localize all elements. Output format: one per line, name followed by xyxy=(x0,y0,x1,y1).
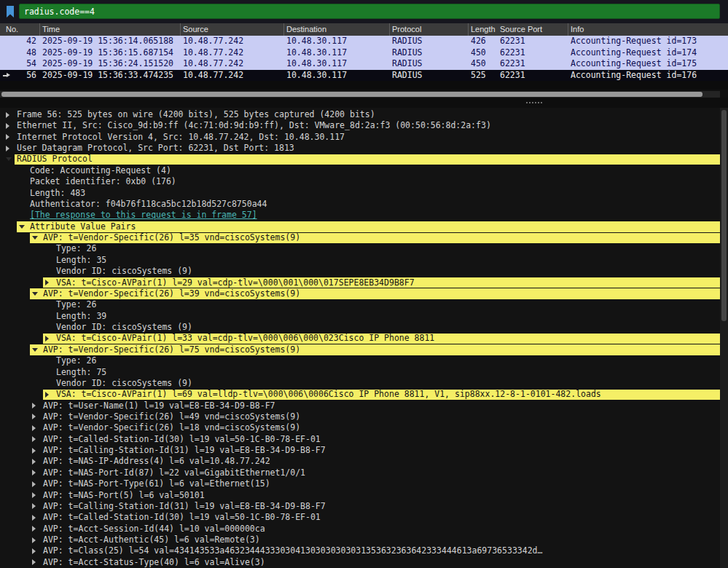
detail-tree-node[interactable]: Frame 56: 525 bytes on wire (4200 bits),… xyxy=(0,109,728,120)
detail-tree-node[interactable]: AVP: t=Vendor-Specific(26) l=49 vnd=cisc… xyxy=(0,411,728,422)
detail-tree-node[interactable]: AVP: t=Acct-Authentic(45) l=6 val=Remote… xyxy=(0,535,728,545)
cell-time: 2025-09-19 15:36:14.065188 xyxy=(40,36,181,47)
detail-tree-node[interactable]: AVP: t=User-Name(1) l=19 val=E8-EB-34-D9… xyxy=(0,401,728,411)
expand-arrow-icon[interactable] xyxy=(6,123,9,129)
expand-arrow-icon[interactable] xyxy=(32,425,36,431)
column-header-destination[interactable]: Destination xyxy=(284,23,390,36)
detail-tree-node[interactable]: VSA: t=Cisco-AVPair(1) l=33 val=cdp-tlv=… xyxy=(0,333,728,344)
expand-arrow-icon[interactable] xyxy=(32,559,36,565)
collapse-arrow-icon[interactable] xyxy=(32,292,38,296)
detail-field[interactable]: Code: Accounting-Request (4) xyxy=(0,165,728,176)
detail-text: Type: 26 xyxy=(56,243,96,254)
expand-arrow-icon[interactable] xyxy=(32,436,36,442)
detail-tree-node[interactable]: AVP: t=Acct-Status-Type(40) l=6 val=Aliv… xyxy=(0,557,728,568)
expand-arrow-icon[interactable] xyxy=(32,470,36,476)
detail-tree-node[interactable]: AVP: t=NAS-Port-Type(61) l=6 val=Etherne… xyxy=(0,478,728,489)
detail-tree-node[interactable]: Internet Protocol Version 4, Src: 10.48.… xyxy=(0,132,728,143)
detail-tree-node[interactable]: VSA: t=Cisco-AVPair(1) l=69 val=lldp-tlv… xyxy=(0,389,728,400)
column-header-source-port[interactable]: Source Port xyxy=(498,23,568,36)
expand-arrow-icon[interactable] xyxy=(45,336,49,342)
detail-tree-node[interactable]: AVP: t=Vendor-Specific(26) l=39 vnd=cisc… xyxy=(0,288,728,299)
cell-source: 10.48.77.242 xyxy=(181,47,284,59)
expand-arrow-icon[interactable] xyxy=(32,414,36,419)
detail-field[interactable]: Type: 26 xyxy=(0,299,728,310)
column-header-length[interactable]: Length xyxy=(469,23,498,36)
expand-arrow-icon[interactable] xyxy=(32,481,36,487)
detail-text: Length: 35 xyxy=(56,255,106,266)
detail-tree-node[interactable]: Attribute Value Pairs xyxy=(0,221,728,232)
detail-tree-node[interactable]: AVP: t=Calling-Station-Id(31) l=19 val=E… xyxy=(0,445,728,456)
detail-tree-node[interactable]: AVP: t=Called-Station-Id(30) l=19 val=50… xyxy=(0,512,728,523)
pane-splitter[interactable] xyxy=(0,98,728,108)
detail-text: Length: 75 xyxy=(56,367,106,378)
detail-tree-node[interactable]: AVP: t=NAS-Port(5) l=6 val=50101 xyxy=(0,490,728,501)
detail-field[interactable]: Type: 26 xyxy=(0,243,728,254)
detail-tree-node[interactable]: RADIUS Protocol xyxy=(0,154,728,165)
packet-row[interactable]: 482025-09-19 15:36:15.68715410.48.77.242… xyxy=(0,47,728,59)
packet-row[interactable]: 562025-09-19 15:36:33.47423510.48.77.242… xyxy=(0,70,728,82)
detail-field[interactable]: Vendor ID: ciscoSystems (9) xyxy=(0,378,728,389)
detail-field[interactable]: Vendor ID: ciscoSystems (9) xyxy=(0,322,728,333)
detail-tree-node[interactable]: AVP: t=Vendor-Specific(26) l=35 vnd=cisc… xyxy=(0,232,728,243)
cell-info: Accounting-Request id=176 xyxy=(568,70,728,82)
column-header-protocol[interactable]: Protocol xyxy=(390,23,469,36)
cell-time: 2025-09-19 15:36:15.687154 xyxy=(40,47,181,59)
detail-tree-node[interactable]: AVP: t=Calling-Station-Id(31) l=19 val=E… xyxy=(0,501,728,512)
expand-arrow-icon[interactable] xyxy=(45,280,49,285)
expand-arrow-icon[interactable] xyxy=(32,492,36,498)
collapse-arrow-icon[interactable] xyxy=(32,348,38,352)
cell-no: 56 xyxy=(0,70,40,82)
cell-length: 450 xyxy=(469,58,498,70)
bookmark-icon[interactable] xyxy=(4,5,16,18)
expand-arrow-icon[interactable] xyxy=(6,146,9,151)
expand-arrow-icon[interactable] xyxy=(32,548,36,554)
detail-field[interactable]: Type: 26 xyxy=(0,355,728,366)
cell-time: 2025-09-19 15:36:33.474235 xyxy=(40,70,181,82)
detail-tree-node[interactable]: AVP: t=Class(25) l=54 val=434143533a4632… xyxy=(0,545,728,556)
detail-text: RADIUS Protocol xyxy=(17,154,93,165)
expand-arrow-icon[interactable] xyxy=(32,403,36,409)
expand-arrow-icon[interactable] xyxy=(32,515,36,521)
collapse-arrow-icon[interactable] xyxy=(19,225,25,229)
horizontal-scrollbar-thumb[interactable] xyxy=(1,92,702,97)
expand-arrow-icon[interactable] xyxy=(32,448,36,454)
expand-arrow-icon[interactable] xyxy=(45,392,49,398)
detail-field[interactable]: Vendor ID: ciscoSystems (9) xyxy=(0,266,728,277)
detail-tree-node[interactable]: AVP: t=NAS-Port-Id(87) l=22 val=GigabitE… xyxy=(0,468,728,478)
detail-tree-node[interactable]: Ethernet II, Src: Cisco_9d:b9:ff (4c:71:… xyxy=(0,120,728,131)
detail-tree-node[interactable]: AVP: t=Vendor-Specific(26) l=18 vnd=cisc… xyxy=(0,422,728,433)
expand-arrow-icon[interactable] xyxy=(32,526,36,532)
detail-field[interactable]: Authenticator: f04b76f118ca5bc12b18d527c… xyxy=(0,199,728,210)
column-header-info[interactable]: Info xyxy=(568,23,728,36)
detail-text: AVP: t=Vendor-Specific(26) l=35 vnd=cisc… xyxy=(43,232,300,243)
horizontal-scrollbar[interactable] xyxy=(0,91,720,98)
detail-tree-node[interactable]: AVP: t=NAS-IP-Address(4) l=6 val=10.48.7… xyxy=(0,456,728,467)
expand-arrow-icon[interactable] xyxy=(32,503,36,509)
expand-arrow-icon[interactable] xyxy=(6,112,9,118)
detail-tree-node[interactable]: AVP: t=Called-Station-Id(30) l=19 val=50… xyxy=(0,434,728,445)
packet-row[interactable]: 542025-09-19 15:36:24.15152010.48.77.242… xyxy=(0,58,728,70)
detail-tree-node[interactable]: AVP: t=Acct-Session-Id(44) l=10 val=0000… xyxy=(0,524,728,535)
detail-field[interactable]: [The response to this request is in fram… xyxy=(0,210,728,221)
detail-tree-node[interactable]: AVP: t=Vendor-Specific(26) l=75 vnd=cisc… xyxy=(0,344,728,355)
expand-arrow-icon[interactable] xyxy=(6,134,9,140)
detail-tree-node[interactable]: User Datagram Protocol, Src Port: 62231,… xyxy=(0,143,728,154)
collapse-arrow-icon[interactable] xyxy=(32,236,38,240)
column-header-time[interactable]: Time xyxy=(40,23,181,36)
column-header-no[interactable]: No. xyxy=(0,23,40,36)
detail-tree-node[interactable]: VSA: t=Cisco-AVPair(1) l=29 val=cdp-tlv=… xyxy=(0,277,728,288)
expand-arrow-icon[interactable] xyxy=(32,459,36,465)
detail-field[interactable]: Length: 483 xyxy=(0,188,728,199)
collapse-arrow-icon[interactable] xyxy=(6,157,12,161)
display-filter-input[interactable] xyxy=(19,4,720,19)
detail-field[interactable]: Packet identifier: 0xb0 (176) xyxy=(0,176,728,187)
column-header-source[interactable]: Source xyxy=(181,23,284,36)
vertical-scrollbar[interactable] xyxy=(720,108,728,568)
detail-field[interactable]: Length: 75 xyxy=(0,367,728,378)
expand-arrow-icon[interactable] xyxy=(32,537,36,543)
selected-row-arrow-icon xyxy=(3,73,11,78)
detail-field[interactable]: Length: 35 xyxy=(0,255,728,266)
vertical-scrollbar-thumb[interactable] xyxy=(721,110,727,321)
detail-field[interactable]: Length: 39 xyxy=(0,311,728,322)
packet-row[interactable]: 422025-09-19 15:36:14.06518810.48.77.242… xyxy=(0,36,728,47)
